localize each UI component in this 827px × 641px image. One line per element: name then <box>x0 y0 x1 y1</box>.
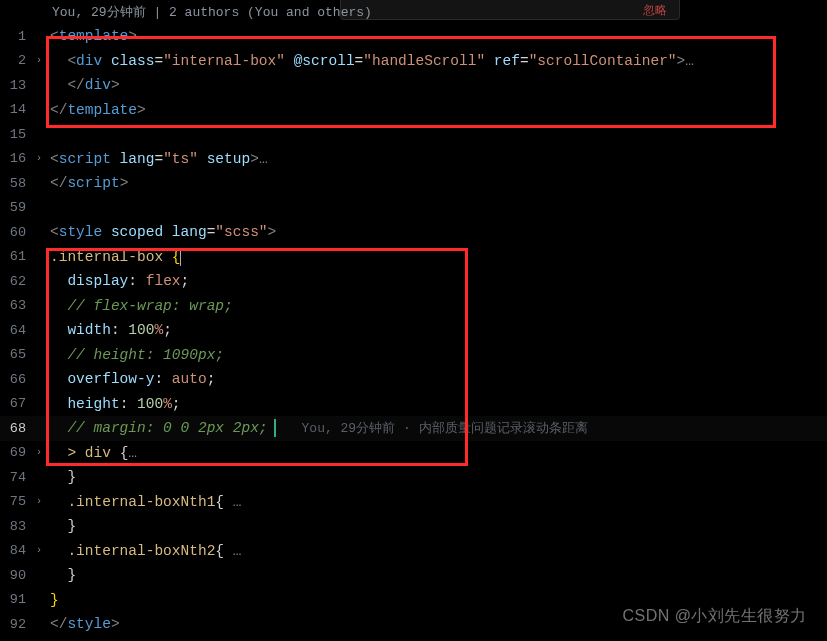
code-line[interactable]: 16 › <script lang="ts" setup>… <box>0 147 827 172</box>
line-number: 13 <box>0 78 30 93</box>
code-editor[interactable]: You, 29分钟前 | 2 authors (You and others) … <box>0 0 827 637</box>
code-line[interactable]: 69 › > div {… <box>0 441 827 466</box>
line-number: 67 <box>0 396 30 411</box>
line-number: 1 <box>0 29 30 44</box>
code-line[interactable]: 58 </script> <box>0 171 827 196</box>
fold-icon[interactable]: › <box>30 545 48 556</box>
inline-blame: You, 29分钟前 · 内部质量问题记录滚动条距离 <box>282 421 588 436</box>
line-number: 63 <box>0 298 30 313</box>
code-line[interactable]: 1 <template> <box>0 24 827 49</box>
line-number: 66 <box>0 372 30 387</box>
blame-text: You, 29分钟前 | 2 authors (You and others) <box>52 3 372 21</box>
line-number: 68 <box>0 421 30 436</box>
line-number: 61 <box>0 249 30 264</box>
line-number: 69 <box>0 445 30 460</box>
code-line[interactable]: 66 overflow-y: auto; <box>0 367 827 392</box>
code-line[interactable]: 63 // flex-wrap: wrap; <box>0 294 827 319</box>
code-line[interactable]: 90 } <box>0 563 827 588</box>
fold-icon[interactable]: › <box>30 55 48 66</box>
code-line[interactable]: 62 display: flex; <box>0 269 827 294</box>
git-blame-header: You, 29分钟前 | 2 authors (You and others) <box>0 0 827 24</box>
code-line-current[interactable]: 68 // margin: 0 0 2px 2px;You, 29分钟前 · 内… <box>0 416 827 441</box>
code-line[interactable]: 75 › .internal-boxNth1{ … <box>0 490 827 515</box>
line-number: 75 <box>0 494 30 509</box>
fold-icon[interactable]: › <box>30 447 48 458</box>
line-number: 65 <box>0 347 30 362</box>
code-line[interactable]: 64 width: 100%; <box>0 318 827 343</box>
code-line[interactable]: 74 } <box>0 465 827 490</box>
code-line[interactable]: 13 </div> <box>0 73 827 98</box>
line-number: 84 <box>0 543 30 558</box>
line-number: 91 <box>0 592 30 607</box>
diff-marker-icon <box>274 419 276 437</box>
code-line[interactable]: 59 <box>0 196 827 221</box>
fold-icon[interactable]: › <box>30 153 48 164</box>
code-line[interactable]: 15 <box>0 122 827 147</box>
line-number: 64 <box>0 323 30 338</box>
fold-icon[interactable]: › <box>30 496 48 507</box>
code-line[interactable]: 60 <style scoped lang="scss"> <box>0 220 827 245</box>
code-line[interactable]: 2 › <div class="internal-box" @scroll="h… <box>0 49 827 74</box>
code-line[interactable]: 61 .internal-box { <box>0 245 827 270</box>
line-number: 16 <box>0 151 30 166</box>
code-line[interactable]: 14 </template> <box>0 98 827 123</box>
line-number: 15 <box>0 127 30 142</box>
code-line[interactable]: 65 // height: 1090px; <box>0 343 827 368</box>
text-cursor <box>180 248 181 266</box>
code-line[interactable]: 84 › .internal-boxNth2{ … <box>0 539 827 564</box>
watermark: CSDN @小刘先生很努力 <box>622 606 807 627</box>
line-number: 60 <box>0 225 30 240</box>
line-number: 90 <box>0 568 30 583</box>
line-number: 83 <box>0 519 30 534</box>
line-number: 58 <box>0 176 30 191</box>
line-number: 92 <box>0 617 30 632</box>
code-line[interactable]: 67 height: 100%; <box>0 392 827 417</box>
line-number: 2 <box>0 53 30 68</box>
line-number: 74 <box>0 470 30 485</box>
code-line[interactable]: 83 } <box>0 514 827 539</box>
line-number: 14 <box>0 102 30 117</box>
line-number: 62 <box>0 274 30 289</box>
line-number: 59 <box>0 200 30 215</box>
